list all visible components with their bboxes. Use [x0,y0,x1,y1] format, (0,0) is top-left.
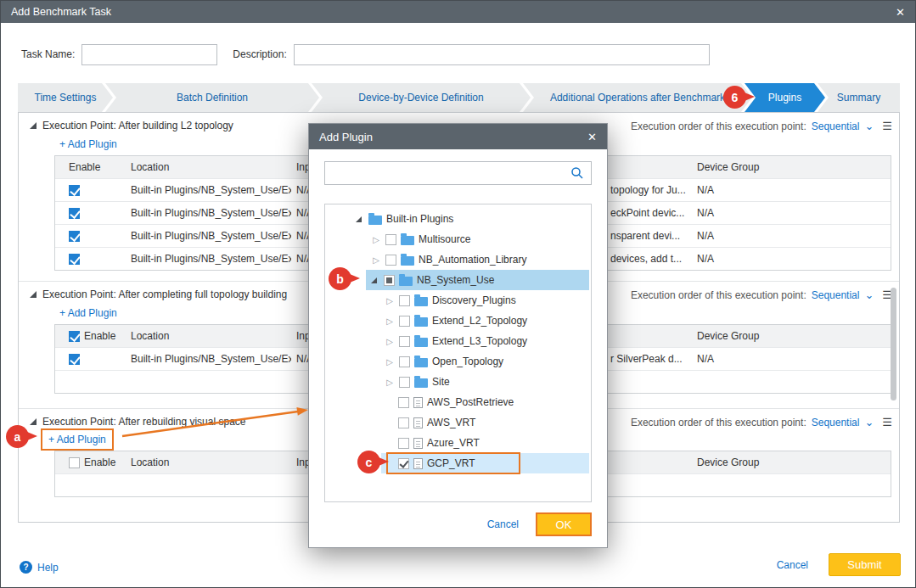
folder-icon [399,277,413,286]
tab-device-by-device-definition[interactable]: Device-by-Device Definition [312,83,531,112]
wizard-tabs: Time Settings Batch Definition Device-by… [18,83,900,112]
help-link[interactable]: ? Help [20,561,59,574]
col-location: Location [127,456,291,468]
execution-order-label: Execution order of this execution point: [631,417,806,428]
tree-item-built-in-plugins[interactable]: Built-in Plugins [325,209,591,229]
collapsed-icon[interactable]: ▷ [385,378,395,387]
collapsed-icon[interactable]: ▷ [385,357,395,367]
cell-location: Built-in Plugins/NB_System_Use/Ext... [127,230,291,242]
tree-item-azure-vrt[interactable]: Azure_VRT [325,433,591,453]
tree-item-nb-automation-library[interactable]: ▷ NB_Automation_Library [325,249,591,270]
tree-item-label: Multisource [419,233,470,245]
collapsed-icon[interactable]: ▷ [371,235,381,244]
enable-checkbox[interactable] [69,354,80,365]
plugin-search-input[interactable] [332,162,570,184]
tree-checkbox[interactable] [398,417,409,428]
collapse-icon[interactable] [30,122,37,129]
tree-item-discovery-plugins[interactable]: ▷ Discovery_Plugins [325,290,591,311]
tree-checkbox[interactable] [399,295,410,306]
collapse-icon[interactable] [30,291,37,298]
tree-checkbox[interactable] [385,255,396,266]
search-icon[interactable] [570,166,584,180]
tab-time-settings[interactable]: Time Settings [18,83,113,112]
tree-item-label: Site [432,376,450,388]
menu-icon[interactable]: ☰ [882,416,892,428]
tree-checkbox[interactable] [399,336,410,347]
description-input[interactable] [294,44,710,65]
tree-checkbox[interactable] [385,234,396,245]
tree-item-label: Extend_L2_Topology [432,315,527,327]
modal-close-icon[interactable]: ✕ [587,131,597,143]
expanded-icon[interactable] [356,216,362,222]
execution-order-value[interactable]: Sequential [812,120,860,132]
tree-checkbox[interactable] [399,356,410,367]
col-enable: Enable [84,456,115,468]
add-plugin-link-highlighted[interactable]: + Add Plugin [41,428,114,451]
enable-checkbox[interactable] [69,185,80,196]
callout-step-c: c [357,451,380,473]
modal-titlebar: Add Plugin ✕ [309,124,607,149]
tree-checkbox[interactable] [398,438,409,449]
select-all-checkbox[interactable] [69,331,80,342]
folder-icon [368,216,382,225]
tree-item-site[interactable]: ▷ Site [325,372,591,392]
modal-ok-button[interactable]: OK [536,512,592,536]
close-icon[interactable]: ✕ [896,6,905,19]
cancel-link[interactable]: Cancel [777,559,808,571]
collapsed-icon[interactable]: ▷ [371,255,381,265]
tree-item-open-topology[interactable]: ▷ Open_Topology [325,351,591,372]
task-name-input[interactable] [81,44,217,65]
cell-location: Built-in Plugins/NB_System_Use/Ext... [127,184,291,196]
vertical-scrollbar[interactable] [891,288,896,400]
tab-label: Batch Definition [177,92,248,104]
enable-checkbox[interactable] [69,208,80,219]
tree-item-extend-l2-topology[interactable]: ▷ Extend_L2_Topology [325,311,591,331]
tree-checkbox[interactable] [398,397,409,408]
add-plugin-modal: Add Plugin ✕ Built-in Plugins ▷ [308,123,608,548]
collapsed-icon[interactable]: ▷ [385,337,395,346]
chevron-down-icon[interactable]: ⌄ [864,122,874,131]
section-title: Execution Point: After rebuilding visual… [42,416,245,428]
tree-item-nb-system-use[interactable]: NB_System_Use [325,270,591,290]
collapsed-icon[interactable]: ▷ [385,296,395,305]
tree-item-label: GCP_VRT [427,457,475,469]
collapse-icon[interactable] [30,418,37,425]
tree-checkbox[interactable] [384,275,395,286]
chevron-down-icon[interactable]: ⌄ [864,418,874,427]
cell-description: r SilverPeak d... [605,353,690,365]
file-icon [413,397,423,408]
tab-batch-definition[interactable]: Batch Definition [105,83,319,112]
tree-checkbox[interactable] [399,316,410,327]
tab-summary[interactable]: Summary [818,83,900,112]
enable-checkbox[interactable] [69,254,80,265]
col-location: Location [127,161,291,173]
add-plugin-link[interactable]: + Add Plugin [59,307,117,319]
chevron-down-icon[interactable]: ⌄ [864,291,874,300]
execution-order-label: Execution order of this execution point: [631,120,806,132]
modal-cancel-link[interactable]: Cancel [487,518,519,530]
callout-step-a: a [6,425,29,448]
tree-item-multisource[interactable]: ▷ Multisource [325,229,591,249]
cell-description: topology for Ju... [605,184,690,196]
tree-item-label: Extend_L3_Topology [432,335,527,347]
collapsed-icon[interactable]: ▷ [385,316,395,326]
add-plugin-link[interactable]: + Add Plugin [59,138,117,150]
tree-checkbox[interactable] [398,458,409,469]
tree-item-aws-vrt[interactable]: AWS_VRT [325,412,591,433]
submit-button[interactable]: Submit [829,553,901,576]
select-all-checkbox[interactable] [69,457,80,468]
execution-order-value[interactable]: Sequential [812,417,860,428]
tree-checkbox[interactable] [399,377,410,388]
execution-order-value[interactable]: Sequential [812,289,860,301]
tab-plugins[interactable]: Plugins [745,83,825,112]
tab-additional-operations[interactable]: Additional Operations after Benchmark [523,83,752,112]
section-title: Execution Point: After completing full t… [42,288,287,300]
cell-description: nsparent devi... [605,230,690,242]
enable-checkbox[interactable] [69,231,80,242]
expanded-icon[interactable] [371,277,377,283]
folder-icon [414,358,428,367]
tree-item-extend-l3-topology[interactable]: ▷ Extend_L3_Topology [325,331,591,351]
menu-icon[interactable]: ☰ [882,120,892,132]
tab-label: Plugins [768,92,801,104]
tree-item-aws-postretrieve[interactable]: AWS_PostRetrieve [325,392,591,412]
